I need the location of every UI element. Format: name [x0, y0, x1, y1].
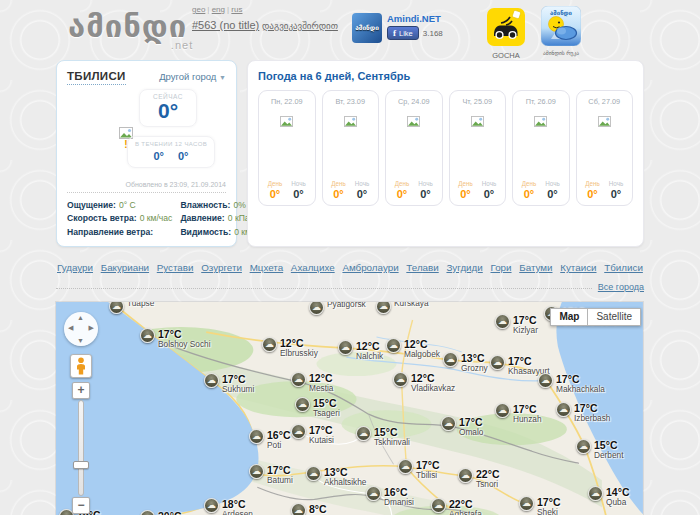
map-view-button[interactable]: Map [550, 308, 588, 326]
day-date: Пн, 22.09 [271, 97, 303, 106]
city-link[interactable]: Гори [491, 262, 512, 273]
map-marker[interactable]: ☁ 17°C Tbilisi [398, 459, 439, 481]
map-marker[interactable]: ☁ 13°C Grozny [443, 352, 488, 374]
map-marker[interactable]: ☁ 15°C Tskhinvali [356, 426, 410, 448]
marker-city-name: Makhachkala [556, 385, 605, 395]
other-city-dropdown[interactable]: Другой город ▼ [159, 71, 226, 82]
day-temp: 0° [270, 188, 281, 200]
city-link[interactable]: Амбролаури [342, 262, 398, 273]
facebook-like-button[interactable]: fLike [387, 26, 419, 40]
gocha-app-label: GOCHA [487, 51, 525, 60]
detail-row: Скорость ветра:0 км/час [67, 212, 172, 225]
city-link[interactable]: Озургети [201, 262, 242, 273]
map-marker[interactable]: ☁ 17°C Sukhumi [204, 373, 254, 395]
map-marker[interactable]: ☁ Pyatigorsk [309, 302, 366, 315]
map-marker[interactable]: ☁ 12°C Elbrusskiy [262, 337, 318, 359]
weather-map[interactable]: ☁ Tuapse ☁ 17°C Bolshoy Sochi [56, 302, 643, 515]
pan-down-icon[interactable]: ▼ [77, 337, 84, 344]
pan-right-icon[interactable]: ▶ [89, 324, 94, 332]
map-marker[interactable]: ☁ 17°C Kizlyar [495, 314, 538, 336]
cloud-marker-icon: ☁ [204, 498, 219, 513]
city-link[interactable]: Гудаури [57, 262, 93, 273]
map-marker[interactable]: ☁ 12°C Nalchik [338, 340, 383, 362]
forecast-day-card[interactable]: Ср, 24.09 День0° Ночь0° [385, 90, 443, 206]
city-link[interactable]: Ахалцихе [291, 262, 335, 273]
map-marker[interactable]: ☁ 16°C Dmanisi [366, 486, 414, 508]
map-marker[interactable]: ☁ Kurskaya [376, 302, 429, 314]
marker-city-name: Malgobek [404, 350, 440, 360]
pan-left-icon[interactable]: ◀ [68, 324, 73, 332]
map-marker[interactable]: ☁ 17°C Makhachkala [538, 373, 605, 395]
contact-link[interactable]: დაგვიკავშირდით [262, 21, 338, 31]
map-pan-control[interactable]: ▲ ▼ ◀ ▶ [64, 312, 98, 346]
marker-city-name: Kizlyar [513, 326, 538, 336]
day-label: День [395, 181, 410, 188]
map-marker[interactable]: ☁ 18°C Ardeşen [204, 498, 253, 515]
current-city-name[interactable]: ТБИЛИСИ [67, 70, 126, 85]
map-marker[interactable]: ☁ Tuapse [109, 302, 154, 314]
lang-link-geo[interactable]: geo [192, 5, 205, 14]
detail-row: Давление:0 кПа [180, 212, 251, 225]
cloud-marker-icon: ☁ [495, 314, 510, 329]
page-title-link[interactable]: #563 (no title) [192, 19, 259, 31]
page: ამინდი.net geo| eng| rus #563 (no title)… [0, 0, 700, 515]
forecast-day-card[interactable]: Пт, 26.09 День0° Ночь0° [512, 90, 570, 206]
city-link[interactable]: Рустави [157, 262, 194, 273]
map-marker[interactable]: ☁ 22°C Aghstafa [431, 498, 482, 515]
site-logo[interactable]: ამინდი.net [68, 8, 187, 45]
gocha-app-badge[interactable]: GOCHA [487, 8, 525, 60]
forecast-day-card[interactable]: Сб, 27.09 День0° Ночь0° [576, 90, 634, 206]
marker-city-name: Kutaisi [309, 436, 334, 446]
city-link[interactable]: Кутаиси [560, 262, 596, 273]
map-marker[interactable]: ☁ 20°C Trabzon [140, 510, 188, 515]
map-marker[interactable]: ☁ 17°C Izberbash [556, 402, 610, 424]
forecast-day-card[interactable]: Вт, 23.09 День0° Ночь0° [322, 90, 380, 206]
street-view-pegman[interactable] [70, 354, 92, 378]
all-cities-link[interactable]: Все города [598, 282, 644, 292]
zoom-slider-handle[interactable] [73, 461, 89, 469]
map-marker[interactable]: ☁ 13°C Akhaltsikhe [306, 466, 366, 488]
next-12h-night-temp: 0° [178, 150, 189, 162]
map-marker[interactable]: ☁ 14°C Quba [588, 486, 629, 508]
weather-map-app-badge[interactable]: ამინდი ამინდის რუკა [541, 6, 581, 56]
marker-city-name: Nalchik [356, 352, 383, 362]
map-marker[interactable]: ☁ 17°C Hunzah [495, 403, 542, 425]
city-link[interactable]: Телави [406, 262, 438, 273]
cloud-marker-icon: ☁ [356, 426, 371, 441]
map-marker[interactable]: ☁ 12°C Mestia [291, 372, 333, 394]
map-marker[interactable]: ☁ 15°C Derbent [576, 439, 624, 461]
city-link[interactable]: Бакуриани [101, 262, 149, 273]
map-marker[interactable]: ☁ 17°C Bolshoy Sochi [140, 328, 211, 350]
map-marker[interactable]: ☁ 17°C Batumi [249, 464, 293, 486]
map-marker[interactable]: ☁ 22°C Tsnori [458, 468, 499, 490]
forecast-day-card[interactable]: Чт, 25.09 День0° Ночь0° [449, 90, 507, 206]
amindi-badge-icon: ამინდი [352, 13, 382, 43]
map-marker[interactable]: ☁ 16°C Poti [249, 429, 290, 451]
lang-link-eng[interactable]: eng [212, 5, 225, 14]
city-link[interactable]: Мцхета [250, 262, 284, 273]
day-temp: 0° [333, 188, 344, 200]
zoom-in-button[interactable]: + [72, 382, 90, 399]
map-marker[interactable]: ☁ 17°C Omalo [441, 416, 483, 438]
lang-link-rus[interactable]: rus [231, 5, 242, 14]
map-marker[interactable]: ☁ 12°C Vladikavkaz [393, 372, 455, 394]
pan-up-icon[interactable]: ▲ [77, 314, 84, 321]
forecast-day-card[interactable]: Пн, 22.09 День0° Ночь0° [258, 90, 316, 206]
marker-city-name: Kurskaya [394, 302, 429, 309]
map-marker[interactable]: ☁ 17°C Sheki [519, 496, 560, 515]
zoom-out-button[interactable]: − [72, 497, 90, 514]
city-link[interactable]: Тбилиси [604, 262, 643, 273]
night-temp: 0° [611, 188, 622, 200]
forecast-title: Погода на 6 дней, Сентябрь [258, 70, 633, 82]
weather-map-app-icon: ამინდი [541, 32, 581, 49]
city-link[interactable]: Зугдиди [446, 262, 482, 273]
night-temp: 0° [484, 188, 495, 200]
zoom-slider-track[interactable] [78, 400, 84, 496]
map-marker[interactable]: ☁ 12°C Malgobek [386, 338, 440, 360]
map-marker[interactable]: ☁ 8°C Ardahan [291, 503, 340, 515]
map-marker[interactable]: ☁ 17°C Kutaisi [291, 424, 334, 446]
map-marker[interactable]: ☁ 15°C Tsageri [295, 397, 340, 419]
facebook-page-name[interactable]: Amindi.NET [387, 13, 443, 24]
city-link[interactable]: Батуми [519, 262, 552, 273]
satellite-view-button[interactable]: Satellite [588, 308, 641, 326]
